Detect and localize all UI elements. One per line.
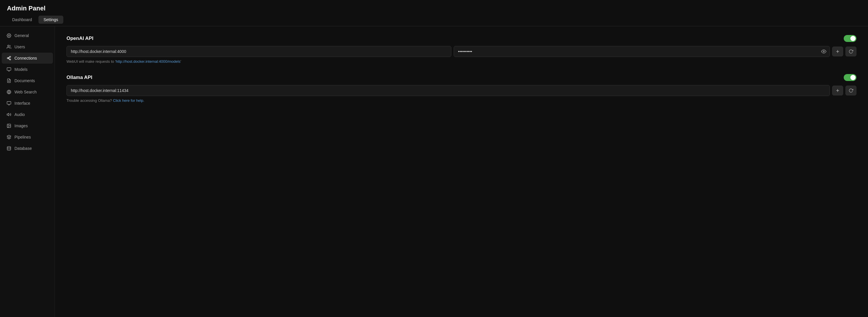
openai-api-title: OpenAI API	[66, 35, 93, 41]
interface-icon	[6, 100, 11, 106]
documents-icon	[6, 78, 11, 83]
ollama-help-link[interactable]: Click here for help.	[113, 98, 144, 103]
openai-api-hint: WebUI will make requests to 'http://host…	[66, 59, 857, 64]
sidebar-item-interface[interactable]: Interface	[2, 98, 53, 109]
gear-icon	[6, 33, 11, 38]
pipelines-icon	[6, 135, 11, 140]
ollama-api-toggle[interactable]	[844, 74, 857, 81]
sidebar-item-images[interactable]: Images	[2, 120, 53, 131]
database-icon	[6, 146, 11, 151]
openai-add-button[interactable]	[832, 47, 843, 56]
main-layout: General Users Connections	[0, 26, 868, 317]
openai-api-url-row	[66, 46, 857, 57]
eye-icon	[821, 49, 826, 54]
ollama-api-title: Ollama API	[66, 75, 92, 80]
svg-point-14	[8, 125, 9, 125]
ollama-api-hint: Trouble accessing Ollama? Click here for…	[66, 98, 857, 103]
sidebar-item-database[interactable]: Database	[2, 143, 53, 154]
page-header: Admin Panel Dashboard Settings	[0, 0, 868, 26]
web-search-icon	[6, 89, 11, 94]
svg-rect-2	[7, 68, 11, 70]
ollama-api-url-input[interactable]	[66, 85, 830, 96]
svg-marker-15	[7, 135, 11, 137]
sidebar-item-general-label: General	[14, 33, 29, 38]
svg-point-16	[7, 146, 11, 147]
sidebar-item-models-label: Models	[14, 67, 28, 72]
audio-icon	[6, 112, 11, 117]
ollama-api-header: Ollama API	[66, 74, 857, 81]
sidebar-item-audio[interactable]: Audio	[2, 109, 53, 120]
tab-settings[interactable]: Settings	[38, 16, 64, 24]
tab-dashboard[interactable]: Dashboard	[7, 16, 37, 24]
sidebar-item-documents-label: Documents	[14, 78, 35, 83]
sidebar: General Users Connections	[0, 26, 55, 317]
ollama-refresh-button[interactable]	[845, 86, 857, 95]
toggle-key-visibility-button[interactable]	[821, 49, 826, 54]
refresh-icon	[849, 88, 853, 93]
sidebar-item-connections-label: Connections	[14, 56, 37, 60]
openai-api-header: OpenAI API	[66, 35, 857, 42]
openai-api-url-input[interactable]	[66, 46, 451, 57]
svg-point-17	[823, 51, 825, 52]
ollama-add-button[interactable]	[832, 86, 843, 95]
sidebar-item-pipelines[interactable]: Pipelines	[2, 132, 53, 143]
sidebar-item-audio-label: Audio	[14, 112, 25, 117]
sidebar-item-pipelines-label: Pipelines	[14, 135, 31, 139]
sidebar-item-connections[interactable]: Connections	[2, 53, 53, 64]
openai-api-key-input[interactable]	[454, 46, 830, 57]
plus-icon	[835, 49, 840, 54]
refresh-icon	[849, 49, 853, 54]
sidebar-item-web-search-label: Web Search	[14, 90, 37, 94]
plus-icon	[835, 88, 840, 93]
sidebar-item-interface-label: Interface	[14, 101, 30, 106]
openai-api-key-wrapper	[454, 46, 830, 57]
images-icon	[6, 123, 11, 128]
sidebar-item-general[interactable]: General	[2, 30, 53, 41]
sidebar-item-models[interactable]: Models	[2, 64, 53, 75]
sidebar-item-web-search[interactable]: Web Search	[2, 86, 53, 97]
sidebar-item-users-label: Users	[14, 45, 25, 49]
openai-api-section: OpenAI API	[66, 35, 857, 64]
tab-bar: Dashboard Settings	[7, 16, 861, 24]
users-icon	[6, 44, 11, 50]
sidebar-item-database-label: Database	[14, 146, 32, 151]
openai-api-toggle[interactable]	[844, 35, 857, 42]
ollama-api-section: Ollama API Tro	[66, 74, 857, 103]
sidebar-item-images-label: Images	[14, 123, 28, 128]
openai-api-hint-link[interactable]: http://host.docker.internal:4000/models	[116, 59, 180, 64]
page-title: Admin Panel	[7, 5, 861, 12]
ollama-api-url-row	[66, 85, 857, 96]
svg-point-0	[8, 35, 9, 36]
models-icon	[6, 67, 11, 72]
main-content: OpenAI API	[55, 26, 868, 317]
sidebar-item-users[interactable]: Users	[2, 41, 53, 52]
svg-point-1	[7, 45, 9, 47]
svg-rect-9	[7, 102, 11, 104]
connections-icon	[6, 56, 11, 61]
sidebar-item-documents[interactable]: Documents	[2, 75, 53, 86]
openai-refresh-button[interactable]	[845, 47, 857, 56]
svg-marker-12	[7, 113, 9, 116]
